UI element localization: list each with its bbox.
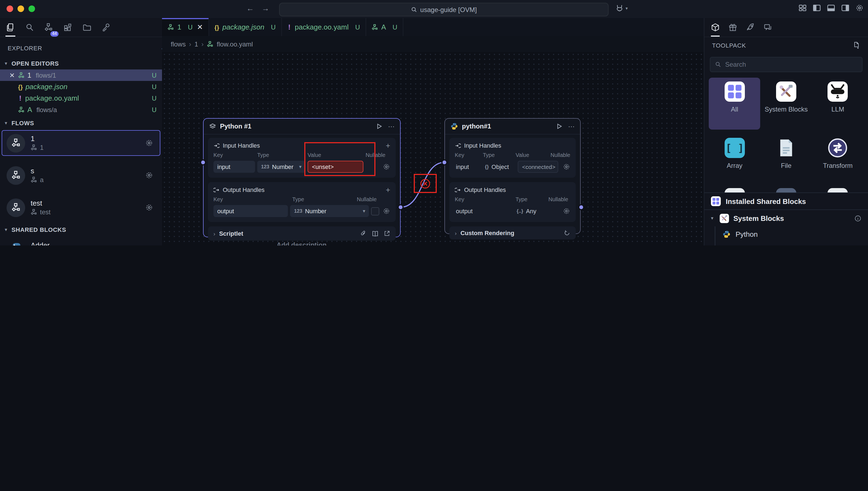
close-icon[interactable]: ✕ bbox=[9, 71, 15, 79]
info-icon[interactable] bbox=[854, 214, 862, 222]
category-array[interactable]: [ ]Array bbox=[709, 134, 760, 186]
rocket-tab-icon[interactable] bbox=[746, 18, 755, 37]
block-item-typescript[interactable]: TSTypeScript bbox=[704, 242, 868, 246]
right-panel-tabs bbox=[704, 18, 868, 37]
output-type-label: {..}Any bbox=[516, 205, 548, 217]
add-input-icon[interactable]: + bbox=[386, 141, 390, 150]
refresh-icon[interactable] bbox=[564, 230, 570, 236]
folder-view-icon[interactable] bbox=[81, 20, 93, 35]
editor-tab-package.oo.yaml[interactable]: !package.oo.yamlU bbox=[281, 18, 366, 36]
category-file[interactable]: File bbox=[760, 134, 812, 186]
input-value-field[interactable]: <connected> bbox=[518, 161, 558, 173]
flows-header[interactable]: ▾ FLOWS bbox=[0, 117, 162, 129]
open-editor-item[interactable]: {}package.jsonU bbox=[0, 81, 162, 92]
output-key-field[interactable]: output bbox=[213, 205, 288, 217]
flow-card-test[interactable]: testtest bbox=[2, 195, 160, 220]
handle-settings-icon[interactable] bbox=[383, 207, 390, 215]
category-llm[interactable]: LLM bbox=[812, 78, 864, 129]
add-description-button[interactable]: Add description bbox=[258, 241, 345, 246]
close-window-button[interactable] bbox=[6, 5, 13, 12]
open-editor-item[interactable]: Aflows/aU bbox=[0, 104, 162, 115]
handle-settings-icon[interactable] bbox=[563, 163, 570, 171]
scriptlet-section[interactable]: › Scriptlet bbox=[208, 226, 396, 240]
editor-tab-A[interactable]: AU bbox=[366, 18, 403, 36]
search-icon bbox=[411, 6, 417, 12]
output-type-select[interactable]: 123Number▾ bbox=[290, 205, 369, 217]
back-icon[interactable]: ← bbox=[246, 4, 254, 12]
handle-settings-icon[interactable] bbox=[563, 207, 570, 215]
custom-rendering-section[interactable]: › Custom Rendering bbox=[449, 226, 576, 239]
flow-canvas[interactable]: Python #1 ··· Input Handles + Key Type V… bbox=[162, 52, 704, 246]
shared-block-card-Adder[interactable]: Adderadder bbox=[2, 237, 160, 246]
category-transform[interactable]: Transform bbox=[812, 134, 864, 186]
toolpack-tab-icon[interactable] bbox=[711, 18, 720, 37]
flows-view-icon[interactable]: 44 bbox=[43, 20, 55, 35]
block-item-python[interactable]: Python bbox=[704, 226, 868, 242]
flow-card-1[interactable]: 11 bbox=[2, 130, 160, 156]
toggle-panel-icon[interactable] bbox=[827, 4, 835, 12]
card-settings-icon[interactable] bbox=[145, 203, 153, 211]
close-tab-icon[interactable]: ✕ bbox=[197, 23, 203, 31]
nullable-checkbox[interactable] bbox=[371, 207, 379, 215]
key-view-icon[interactable] bbox=[100, 20, 112, 35]
flow-node-python-hash-1[interactable]: python#1 ··· Input Handles Key Type Valu… bbox=[444, 118, 581, 234]
flow-icon bbox=[31, 144, 37, 151]
node-header[interactable]: Python #1 ··· bbox=[204, 119, 400, 135]
open-external-icon[interactable] bbox=[384, 230, 390, 237]
editor-tab-1[interactable]: 1U✕ bbox=[162, 18, 209, 36]
new-toolpack-icon[interactable] bbox=[853, 41, 860, 49]
command-center-search[interactable]: usage-guide [OVM] bbox=[279, 3, 608, 17]
layout-customize-icon[interactable] bbox=[798, 4, 807, 12]
settings-gear-icon[interactable] bbox=[856, 4, 864, 12]
python-icon bbox=[6, 240, 25, 246]
editor-tab-package.json[interactable]: {}package.jsonU bbox=[209, 18, 282, 36]
zoom-window-button[interactable] bbox=[28, 5, 35, 12]
attach-icon[interactable] bbox=[360, 230, 367, 237]
run-node-icon[interactable] bbox=[556, 122, 563, 130]
node-more-icon[interactable]: ··· bbox=[568, 122, 575, 130]
gift-tab-icon[interactable] bbox=[728, 18, 737, 37]
flow-card-s[interactable]: sa bbox=[2, 163, 160, 188]
toolpack-search-input[interactable]: Search bbox=[710, 57, 863, 72]
explorer-view-icon[interactable] bbox=[4, 20, 17, 35]
category-system-blocks[interactable]: System Blocks bbox=[760, 78, 812, 129]
run-node-icon[interactable] bbox=[376, 122, 383, 130]
block-group-system-blocks[interactable]: ▾System Blocks bbox=[704, 210, 868, 226]
output-handles-label: Output Handles bbox=[464, 186, 506, 193]
open-editor-item[interactable]: ✕1flows/1U bbox=[0, 69, 162, 81]
toggle-left-sidebar-icon[interactable] bbox=[813, 4, 821, 12]
explorer-title: EXPLORER bbox=[8, 45, 42, 51]
stack-icon bbox=[209, 123, 216, 130]
open-editor-item[interactable]: !package.oo.yamlU bbox=[0, 92, 162, 104]
open-editors-header[interactable]: ▾ OPEN EDITORS bbox=[0, 57, 162, 69]
card-settings-icon[interactable] bbox=[145, 171, 153, 179]
add-output-icon[interactable]: + bbox=[386, 185, 390, 194]
rabbit-icon bbox=[615, 4, 624, 12]
handle-settings-icon[interactable] bbox=[383, 163, 390, 171]
shared-blocks-section: ▾ SHARED BLOCKS Adderadderadvanced-flowa… bbox=[0, 224, 162, 246]
input-key-field[interactable]: input bbox=[213, 161, 255, 173]
shared-blocks-header[interactable]: ▾ SHARED BLOCKS bbox=[0, 224, 162, 236]
flow-node-python-1[interactable]: Python #1 ··· Input Handles + Key Type V… bbox=[203, 118, 401, 237]
annotation-rect-value bbox=[304, 142, 375, 176]
input-type-select[interactable]: 123Number▾ bbox=[257, 161, 305, 173]
node-more-icon[interactable]: ··· bbox=[388, 122, 395, 130]
flow-icon bbox=[371, 24, 378, 30]
feedback-tab-icon[interactable] bbox=[763, 18, 772, 37]
breadcrumb-item[interactable]: 1 bbox=[195, 40, 198, 48]
breadcrumb-item[interactable]: flows bbox=[171, 40, 186, 48]
open-book-icon[interactable] bbox=[372, 230, 379, 237]
node-header[interactable]: python#1 ··· bbox=[445, 119, 580, 135]
flow-icon bbox=[31, 209, 37, 215]
ovm-menu-button[interactable]: ▾ bbox=[615, 4, 628, 12]
category-all[interactable]: All bbox=[709, 78, 760, 129]
forward-icon[interactable]: → bbox=[262, 4, 269, 12]
card-settings-icon[interactable] bbox=[145, 139, 153, 147]
search-view-icon[interactable] bbox=[24, 20, 35, 35]
blocks-view-icon[interactable] bbox=[62, 20, 74, 35]
flows-section: ▾ FLOWS 11satesttest bbox=[0, 117, 162, 220]
json-braces-icon: {} bbox=[215, 24, 219, 30]
minimize-window-button[interactable] bbox=[18, 5, 24, 12]
toggle-right-sidebar-icon[interactable] bbox=[841, 4, 849, 12]
breadcrumb-item[interactable]: flow.oo.yaml bbox=[217, 40, 253, 48]
